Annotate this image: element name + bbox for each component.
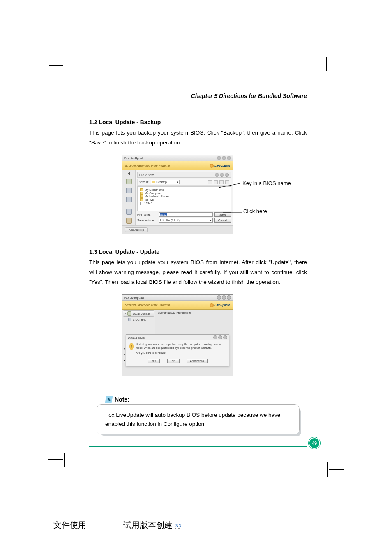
- close-icon[interactable]: [227, 156, 231, 160]
- save-dialog: File to Save Save in: Desktop ▾: [136, 170, 233, 225]
- save-in-label: Save in:: [139, 181, 149, 183]
- note-box: Fox LiveUpdate will auto backup BIOS bef…: [97, 404, 300, 434]
- dialog-title: File to Save: [139, 174, 154, 176]
- nav-local-update[interactable]: ▾ Local Update: [123, 310, 154, 317]
- maximize-icon[interactable]: [222, 295, 226, 300]
- filename-value: a102: [160, 213, 167, 216]
- nav-label: Local Update: [133, 312, 150, 315]
- chevron-right-icon: ▸: [124, 359, 125, 362]
- section-2-title: 1.3 Local Update - Update: [89, 248, 307, 255]
- page-number: 49: [309, 438, 319, 448]
- back-icon[interactable]: [208, 180, 212, 184]
- list-item[interactable]: 12345: [144, 202, 152, 205]
- note-label: Note:: [115, 396, 129, 403]
- note-text: Fox LiveUpdate will auto backup BIOS bef…: [105, 412, 280, 427]
- window-title: Fox LiveUpdate: [124, 157, 144, 160]
- figure-2: Fox LiveUpdate Stronger,Faster and More …: [95, 294, 301, 385]
- footer-watermark: 3 3: [175, 523, 181, 529]
- save-in-value: Desktop: [156, 181, 167, 183]
- section-2-body: This page lets you update your system BI…: [89, 258, 307, 287]
- folder-icon: [140, 198, 143, 201]
- side-icon-4[interactable]: [126, 209, 132, 215]
- folder-icon: [140, 188, 143, 191]
- minimize-icon[interactable]: [217, 295, 221, 300]
- dlg-min-icon[interactable]: [213, 335, 217, 339]
- callout-click-here: Click here: [243, 208, 267, 214]
- dlg-min-icon[interactable]: [215, 173, 219, 177]
- filetype-label: Save as type:: [137, 219, 157, 222]
- save-button[interactable]: Save: [214, 212, 231, 217]
- tagline: Stronger,Faster and More Powerful: [125, 304, 170, 307]
- figure-1: Fox LiveUpdate Stronger,Faster and More …: [95, 155, 301, 237]
- filename-input[interactable]: a102: [159, 212, 213, 217]
- list-item[interactable]: fox-live: [145, 198, 154, 201]
- footer-left: 文件使用: [53, 520, 86, 531]
- sidebar: [122, 170, 136, 225]
- maximize-icon[interactable]: [222, 156, 226, 160]
- side-icon-1[interactable]: [126, 179, 132, 184]
- tagline: Stronger,Faster and More Powerful: [125, 164, 170, 167]
- brand-label: LiveUpdate: [214, 164, 230, 167]
- update-confirm-dialog: Update BIOS ! Updating may cause some pr…: [126, 334, 229, 366]
- list-item[interactable]: My Computer: [145, 192, 162, 195]
- footer: 文件使用 试用版本创建 3 3: [53, 520, 339, 531]
- note-icon: ✎: [105, 396, 113, 403]
- fox-logo-icon: [210, 303, 214, 307]
- minimize-icon[interactable]: [217, 156, 221, 160]
- list-item[interactable]: My Documents: [145, 188, 164, 191]
- info-icon: [128, 318, 131, 321]
- dialog-message-1: Updating may cause some problems eg. the…: [136, 343, 226, 350]
- file-icon: [140, 202, 143, 205]
- save-in-dropdown[interactable]: Desktop ▾: [151, 180, 180, 184]
- network-icon: [140, 195, 143, 198]
- filetype-dropdown[interactable]: BIN File (*.BIN)▾: [159, 218, 213, 223]
- app-window-save: Fox LiveUpdate Stronger,Faster and More …: [122, 155, 233, 234]
- brand-bar: Stronger,Faster and More Powerful LiveUp…: [122, 161, 233, 170]
- list-item[interactable]: My Network Places: [145, 195, 169, 198]
- note-block: ✎ Note: Fox LiveUpdate will auto backup …: [89, 396, 307, 434]
- desktop-icon: [152, 181, 155, 183]
- dlg-close-icon[interactable]: [225, 173, 229, 177]
- yes-button[interactable]: Yes: [148, 359, 160, 363]
- nav-label: BIOS Info.: [133, 318, 146, 321]
- chevron-down-icon: ▾: [177, 181, 178, 184]
- close-icon[interactable]: [227, 295, 231, 300]
- file-list[interactable]: My Documents My Computer My Network Plac…: [137, 186, 231, 211]
- dialog-title: Update BIOS: [128, 336, 145, 339]
- dlg-max-icon[interactable]: [220, 173, 224, 177]
- collapse-icon[interactable]: [128, 172, 130, 175]
- nav-bios-info[interactable]: BIOS Info.: [122, 317, 155, 322]
- callout-key-in: Key in a BIOS name: [242, 180, 291, 186]
- cancel-button[interactable]: Cancel: [214, 218, 231, 223]
- current-bios-label: Current BIOS information:: [158, 311, 230, 314]
- advance-button[interactable]: Advance>>: [187, 359, 207, 363]
- about-help-tab[interactable]: About&Help: [125, 227, 148, 232]
- section-1-body: This page lets you backup your system BI…: [89, 128, 307, 147]
- side-icon-2[interactable]: [126, 188, 132, 193]
- side-icon-3[interactable]: [126, 197, 132, 202]
- filename-label: File name:: [137, 213, 157, 216]
- brand-label: LiveUpdate: [214, 304, 230, 307]
- no-button[interactable]: No: [167, 359, 180, 363]
- dlg-close-icon[interactable]: [223, 335, 227, 339]
- dlg-max-icon[interactable]: [218, 335, 222, 339]
- window-title: Fox LiveUpdate: [124, 296, 144, 299]
- fox-logo-icon: [210, 164, 214, 168]
- chevron-down-icon: ▾: [125, 312, 126, 315]
- newfolder-icon[interactable]: [219, 180, 224, 184]
- titlebar: Fox LiveUpdate: [122, 155, 233, 161]
- bottom-rule: [89, 446, 307, 447]
- chevron-right-icon: ▸: [124, 353, 125, 356]
- warning-icon: !: [129, 343, 134, 350]
- chapter-header: Chapter 5 Directions for Bundled Softwar…: [89, 93, 307, 102]
- chevron-down-icon: ▾: [210, 219, 212, 222]
- footer-mid: 试用版本创建: [123, 520, 173, 529]
- app-window-update: Fox LiveUpdate Stronger,Faster and More …: [122, 294, 233, 376]
- view-icon[interactable]: [225, 180, 229, 184]
- up-icon[interactable]: [214, 180, 218, 184]
- section-1-title: 1.2 Local Update - Backup: [89, 119, 307, 125]
- filetype-value: BIN File (*.BIN): [160, 219, 180, 222]
- dialog-message-2: Are you sure to continue?: [136, 351, 226, 355]
- gear-icon[interactable]: [126, 218, 132, 224]
- update-icon: [127, 311, 131, 316]
